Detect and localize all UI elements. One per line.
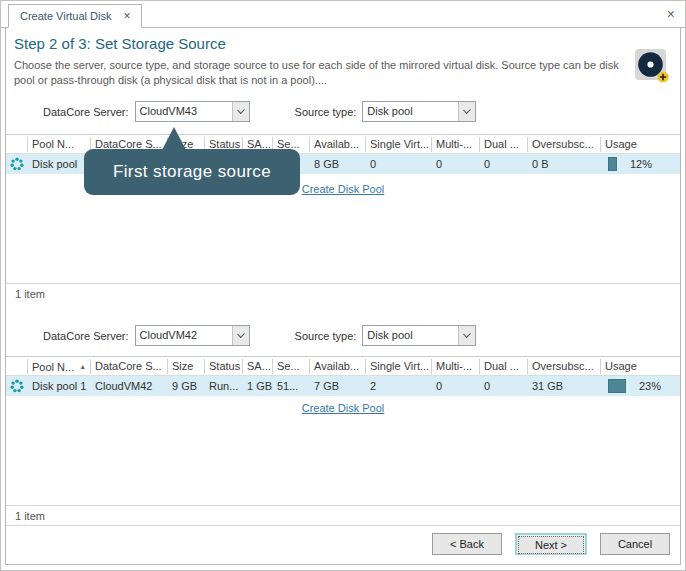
cell-size: 9 GB (168, 380, 205, 392)
col-dual[interactable]: Dual ... (480, 359, 528, 374)
cell-oversubscribed: 0 B (528, 158, 601, 170)
col-single-virtual[interactable]: Single Virt... (366, 359, 432, 374)
page-title: Step 2 of 3: Set Storage Source (14, 35, 680, 52)
selected-server: CloudVM43 (136, 102, 232, 121)
chevron-down-icon[interactable] (232, 102, 249, 121)
disk-pool-icon (6, 157, 28, 171)
cell-se: 51... (273, 380, 310, 392)
create-disk-pool-link[interactable]: Create Disk Pool (302, 183, 385, 195)
col-oversubscribed[interactable]: Oversubsc... (528, 359, 601, 374)
table-row[interactable]: Disk pool 1 CloudVM42 9 GB Run... 1 GB 5… (6, 376, 680, 396)
item-count: 1 item (15, 510, 45, 522)
first-source-type-select[interactable]: Disk pool (362, 101, 476, 122)
col-multi[interactable]: Multi-... (432, 137, 480, 152)
wizard-button-bar: < Back Next > Cancel (432, 533, 670, 555)
col-single-virtual[interactable]: Single Virt... (366, 137, 432, 152)
cell-status: Run... (205, 380, 243, 392)
col-datacore-server[interactable]: DataCore S... (91, 359, 168, 374)
selected-source-type: Disk pool (363, 102, 458, 121)
col-pool-name[interactable]: Pool N...▲ (28, 359, 91, 374)
datacore-server-label: DataCore Server: (43, 106, 129, 118)
usage-cell: 12% (601, 157, 680, 171)
col-oversubscribed[interactable]: Oversubsc... (528, 137, 601, 152)
tab-close-icon[interactable]: × (124, 10, 131, 22)
selected-server: CloudVM42 (136, 326, 232, 345)
second-pool-table: Pool N...▲ DataCore S... Size Status SA.… (6, 356, 680, 396)
col-available[interactable]: Availab... (310, 359, 366, 374)
source-type-label: Source type: (295, 106, 357, 118)
create-virtual-disk-window: Create Virtual Disk × × Step 2 of 3: Set… (0, 0, 686, 571)
col-se[interactable]: Se... (273, 359, 310, 374)
chevron-down-icon[interactable] (458, 102, 475, 121)
selected-source-type: Disk pool (363, 326, 458, 345)
chevron-down-icon[interactable] (458, 326, 475, 345)
usage-percent: 23% (639, 380, 661, 392)
cell-sa: 1 GB (243, 380, 273, 392)
tooltip-text: First storage source (113, 162, 271, 182)
table-header: Pool N...▲ DataCore S... Size Status SA.… (6, 357, 680, 376)
second-source-controls: DataCore Server: CloudVM42 Source type: … (6, 325, 680, 346)
col-usage[interactable]: Usage (601, 137, 680, 152)
item-count: 1 item (15, 288, 45, 300)
usage-bar (608, 379, 626, 393)
usage-bar (608, 157, 617, 171)
tab-create-virtual-disk[interactable]: Create Virtual Disk × (8, 4, 142, 28)
col-usage[interactable]: Usage (601, 359, 680, 374)
col-size[interactable]: Size (168, 359, 205, 374)
page-description: Choose the server, source type, and stor… (14, 58, 624, 88)
cell-pool-name: Disk pool 1 (28, 380, 91, 392)
chevron-down-icon[interactable] (232, 326, 249, 345)
window-close-icon[interactable]: × (667, 7, 675, 21)
col-dual[interactable]: Dual ... (480, 137, 528, 152)
cancel-button[interactable]: Cancel (600, 533, 670, 555)
sort-asc-icon: ▲ (79, 363, 86, 370)
usage-percent: 12% (630, 158, 652, 170)
col-status[interactable]: Status (205, 359, 243, 374)
tab-strip: Create Virtual Disk × × (1, 1, 685, 28)
cell-available: 8 GB (310, 158, 366, 170)
cell-oversubscribed: 31 GB (528, 380, 601, 392)
back-button[interactable]: < Back (432, 533, 502, 555)
col-available[interactable]: Availab... (310, 137, 366, 152)
second-table-status-bar: 1 item (6, 505, 680, 526)
col-pool-name[interactable]: Pool N... (28, 137, 91, 152)
virtual-disk-icon (634, 48, 670, 84)
datacore-server-label: DataCore Server: (43, 330, 129, 342)
usage-cell: 23% (601, 379, 680, 393)
first-source-controls: DataCore Server: CloudVM43 Source type: … (6, 101, 680, 122)
next-button[interactable]: Next > (515, 533, 587, 555)
disk-pool-icon (6, 379, 28, 393)
create-disk-pool-link[interactable]: Create Disk Pool (302, 402, 385, 414)
second-source-type-select[interactable]: Disk pool (362, 325, 476, 346)
first-storage-source-tooltip: First storage source (84, 149, 300, 195)
first-datacore-server-select[interactable]: CloudVM43 (135, 101, 250, 122)
col-multi[interactable]: Multi-... (432, 359, 480, 374)
tab-label: Create Virtual Disk (20, 10, 112, 22)
cell-pool-name: Disk pool (28, 158, 91, 170)
source-type-label: Source type: (295, 330, 357, 342)
cell-server: CloudVM42 (91, 380, 168, 392)
second-datacore-server-select[interactable]: CloudVM42 (135, 325, 250, 346)
wizard-panel: Step 2 of 3: Set Storage Source Choose t… (5, 28, 681, 565)
cell-available: 7 GB (310, 380, 366, 392)
col-sa[interactable]: SA... (243, 359, 273, 374)
first-table-status-bar: 1 item (6, 283, 680, 305)
